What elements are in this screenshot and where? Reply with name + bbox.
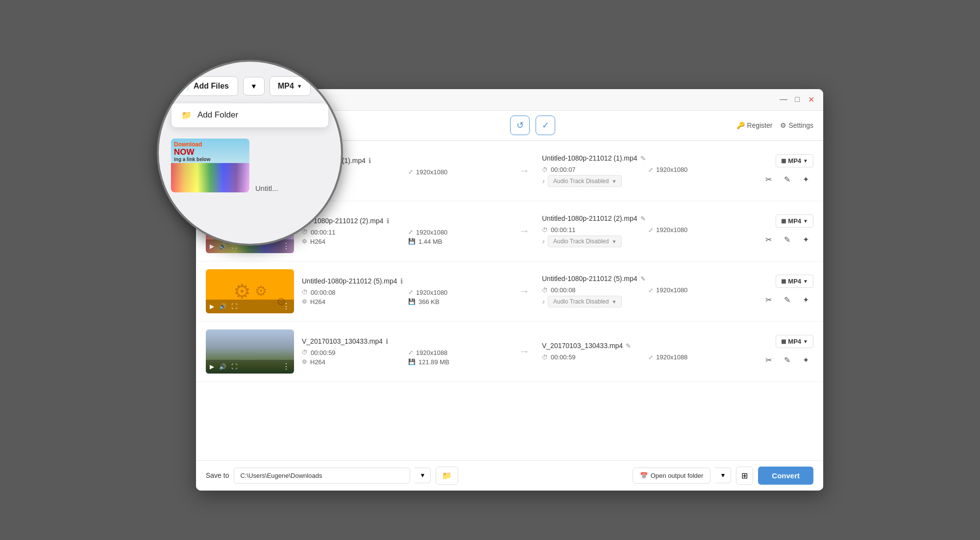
info-icon[interactable]: ℹ [400, 277, 403, 285]
save-path-dropdown-button[interactable]: ▼ [415, 468, 431, 483]
format-col: ▦ MP4 ▼ ✂ ✎ ✦ [755, 154, 813, 187]
audio-track-badge[interactable]: Audio Track Disabled ▼ [548, 296, 622, 307]
source-size: 1.44 MB [418, 238, 442, 245]
source-size: 121.89 MB [418, 358, 449, 366]
edit-button[interactable]: ✎ [779, 232, 795, 247]
play-icon[interactable]: ▶ [210, 303, 214, 310]
output-folder-dropdown-button[interactable]: ▼ [715, 468, 731, 483]
mag-thumbnail: Download NOW ing a link below [171, 139, 249, 192]
grid-icon: ▦ [781, 338, 786, 345]
more-icon[interactable]: ⋮ [282, 302, 290, 311]
more-icon[interactable]: ⋮ [282, 241, 290, 251]
edit-icon[interactable]: ✎ [640, 275, 646, 282]
play-icon[interactable]: ▶ [210, 363, 214, 370]
wand-button[interactable]: ✦ [798, 352, 813, 368]
rotate-button[interactable]: ↺ [510, 116, 530, 135]
codec-icon: ⚙ [302, 238, 307, 245]
format-col: ▦ MP4 ▼ ✂ ✎ ✦ [755, 335, 813, 368]
mag-add-files-button[interactable]: 📄 Add Files [171, 76, 238, 96]
grid-view-button[interactable]: ⊞ [736, 467, 753, 485]
source-codec: H264 [310, 238, 325, 245]
source-size: 366 KB [418, 298, 440, 305]
filesize-icon: 💾 [408, 298, 416, 305]
audio-track-label: Audio Track Disabled [553, 178, 609, 185]
grid-icon: ▦ [781, 158, 786, 164]
wand-button[interactable]: ✦ [798, 292, 813, 307]
output-duration: 00:00:11 [551, 226, 576, 234]
convert-button[interactable]: Convert [758, 467, 813, 485]
save-path-input[interactable] [234, 468, 410, 484]
settings-button[interactable]: ⚙ Settings [780, 121, 813, 129]
play-icon[interactable]: ▶ [210, 243, 214, 250]
format-col: ▦ MP4 ▼ ✂ ✎ ✦ [755, 214, 813, 247]
magnifier-circle: 📄 Add Files ▼ MP4 ▼ 📁 Add Folder [157, 60, 343, 246]
audio-track-label: Audio Track Disabled [553, 298, 609, 305]
codec-icon: ⚙ [302, 358, 307, 365]
edit-icon[interactable]: ✎ [640, 155, 646, 162]
source-filename: Untitled-1080p-211012 (5).mp4 [302, 277, 397, 285]
audio-track-badge[interactable]: Audio Track Disabled ▼ [548, 175, 622, 187]
filesize-icon: 💾 [408, 358, 416, 365]
output-info: V_20170103_130433.mp4 ✎ ⏱ 00:00:59 ⤢ 192… [542, 342, 747, 361]
filesize-icon: 💾 [408, 238, 416, 245]
edit-button[interactable]: ✎ [779, 171, 795, 187]
volume-icon[interactable]: 🔊 [219, 303, 226, 310]
volume-icon[interactable]: 🔊 [219, 243, 226, 250]
check-button[interactable]: ✓ [536, 116, 555, 135]
folder-icon: 📁 [442, 471, 452, 480]
register-button[interactable]: 🔑 Register [736, 121, 772, 129]
scissors-button[interactable]: ✂ [760, 352, 776, 368]
more-icon[interactable]: ⋮ [282, 362, 290, 371]
fullscreen-icon[interactable]: ⛶ [231, 363, 237, 370]
output-filename: Untitled-1080p-211012 (2).mp4 [542, 214, 637, 222]
table-row: ▶ 🔊 ⛶ ⋮ V_20170103_130433.mp4 ℹ ⏱ 0 [196, 322, 823, 382]
chevron-down-icon: ▼ [720, 472, 726, 479]
open-output-folder-button[interactable]: 📅 Open output folder [633, 468, 711, 484]
grid-icon: ⊞ [741, 471, 748, 480]
audio-icon: ♪ [542, 298, 545, 305]
resolution-icon: ⤢ [648, 227, 653, 234]
scissors-button[interactable]: ✂ [760, 232, 776, 247]
resolution-icon: ⤢ [648, 287, 653, 294]
output-folder-label: Open output folder [651, 472, 704, 479]
mag-dropdown-button[interactable]: ▼ [243, 77, 265, 95]
scissors-button[interactable]: ✂ [760, 171, 776, 187]
format-badge[interactable]: ▦ MP4 ▼ [776, 154, 813, 167]
wand-button[interactable]: ✦ [798, 232, 813, 247]
output-info: Untitled-1080p-211012 (1).mp4 ✎ ⏱ 00:00:… [542, 154, 747, 187]
source-duration: 00:00:59 [311, 349, 336, 356]
audio-track-badge[interactable]: Audio Track Disabled ▼ [548, 235, 622, 247]
info-icon[interactable]: ℹ [386, 337, 388, 345]
output-resolution: 1920x1088 [656, 353, 687, 361]
source-resolution: 1920x1080 [416, 289, 447, 296]
close-button[interactable]: ✕ [807, 95, 815, 104]
audio-icon: ♪ [542, 238, 545, 245]
fullscreen-icon[interactable]: ⛶ [231, 303, 237, 310]
maximize-button[interactable]: □ [793, 95, 802, 104]
format-badge[interactable]: ▦ MP4 ▼ [776, 275, 813, 288]
mag-format-button[interactable]: MP4 ▼ [270, 76, 311, 96]
edit-icon[interactable]: ✎ [640, 215, 646, 222]
output-duration: 00:00:07 [551, 166, 576, 173]
wand-button[interactable]: ✦ [798, 171, 813, 187]
chevron-down-icon: ▼ [803, 218, 808, 224]
output-filename: Untitled-1080p-211012 (5).mp4 [542, 275, 637, 282]
edit-icon[interactable]: ✎ [626, 342, 631, 350]
chevron-down-icon: ▼ [612, 299, 616, 305]
resolution-icon: ⤢ [408, 289, 413, 296]
mag-add-folder-item[interactable]: 📁 Add Folder [172, 103, 328, 127]
chevron-down-icon: ▼ [803, 158, 808, 164]
minimize-button[interactable]: — [779, 95, 788, 104]
edit-button[interactable]: ✎ [779, 352, 795, 368]
info-icon[interactable]: ℹ [387, 217, 389, 225]
format-badge[interactable]: ▦ MP4 ▼ [776, 214, 813, 228]
browse-folder-button[interactable]: 📁 [436, 467, 458, 485]
info-icon[interactable]: ℹ [368, 157, 371, 164]
edit-button[interactable]: ✎ [779, 292, 795, 307]
chevron-down-icon: ▼ [803, 339, 808, 344]
audio-track-label: Audio Track Disabled [553, 238, 609, 245]
clock-icon: ⏱ [302, 229, 308, 235]
scissors-button[interactable]: ✂ [760, 292, 776, 307]
volume-icon[interactable]: 🔊 [219, 363, 226, 370]
format-badge[interactable]: ▦ MP4 ▼ [776, 335, 813, 348]
